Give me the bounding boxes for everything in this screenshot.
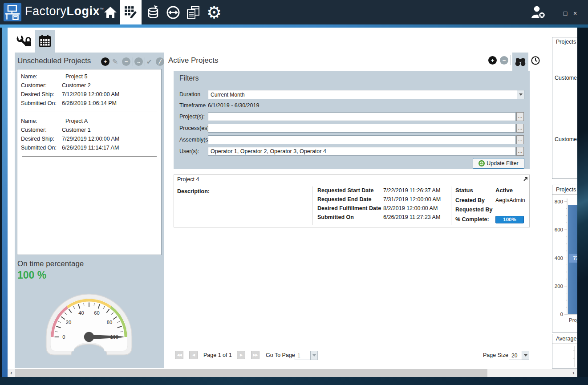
next-page-button[interactable]: ▶ — [237, 351, 245, 359]
divider — [312, 186, 312, 225]
projects-by-customer-panel: Projects B Customer 2 Customer 1 — [552, 37, 577, 179]
nav-settings-button[interactable]: ⚙ — [204, 0, 224, 24]
cancel-project-button[interactable]: ╱ — [156, 57, 164, 66]
minimize-button[interactable]: – — [552, 10, 559, 17]
first-page-button[interactable]: ◀◀ — [175, 351, 183, 359]
svg-text:0: 0 — [560, 312, 563, 317]
unscheduled-projects-panel: Unscheduled Projects + ✎ − → ✔ ╱ Name:Pr… — [15, 53, 164, 368]
chevron-right-icon: › — [572, 369, 574, 376]
field-label: Customer: — [21, 127, 62, 133]
projects-remaining-panel: Projects R 020040060080077Proj — [552, 185, 577, 332]
processes-filter-input[interactable] — [208, 124, 516, 133]
projects-filter-label: Project(s): — [179, 113, 205, 120]
legend-item: Customer 1 — [555, 136, 577, 142]
projects-filter-input[interactable] — [208, 112, 516, 121]
nav-documents-button[interactable] — [183, 0, 203, 24]
close-button[interactable]: × — [572, 10, 579, 17]
svg-text:40: 40 — [78, 310, 84, 316]
gear-icon: ⚙ — [207, 4, 222, 21]
divider — [22, 112, 157, 112]
projects-remaining-title: Projects R — [552, 185, 577, 195]
requested-by-row: Requested By — [455, 207, 495, 213]
project-name: Project A — [62, 118, 88, 124]
add-icon: + — [491, 57, 495, 63]
page-size-select[interactable]: 20 — [509, 351, 529, 360]
accent-strip — [0, 24, 588, 28]
accept-project-button[interactable]: ✔ — [146, 58, 152, 65]
processes-browse-button[interactable]: … — [516, 124, 524, 133]
expand-button[interactable] — [523, 176, 528, 183]
find-tab-button[interactable] — [512, 53, 528, 71]
field-label: Requested Start Date — [317, 187, 383, 194]
pencil-icon: ✎ — [112, 58, 118, 65]
assemblies-filter-input[interactable] — [208, 135, 516, 144]
project-customer: Customer 2 — [62, 82, 91, 89]
toolbar-separator — [133, 57, 133, 66]
ontime-title: On time percentage — [17, 259, 84, 268]
created-by-label: Created By — [455, 197, 495, 203]
average-time-title: Average T — [552, 334, 577, 344]
maximize-button[interactable]: □ — [562, 10, 569, 17]
calendar-icon — [38, 34, 52, 49]
check-icon: ✔ — [146, 58, 152, 65]
dropdown-button[interactable] — [522, 351, 529, 360]
field-label: Name: — [21, 118, 62, 124]
history-button[interactable] — [531, 56, 540, 65]
svg-text:20: 20 — [66, 320, 71, 325]
chevron-down-icon — [519, 93, 523, 96]
legend-item: Customer 2 — [555, 75, 577, 81]
goto-page-select[interactable]: 1 — [295, 351, 318, 360]
field-label: Submitted On — [317, 214, 383, 220]
toolbar-separator — [145, 57, 145, 66]
remaining-chart-svg: 020040060080077Proj — [552, 195, 577, 332]
project-submitted-on: 6/26/2019 11:14:17 AM — [62, 145, 119, 151]
divider — [22, 156, 157, 157]
user-session-button[interactable] — [529, 0, 548, 24]
nav-production-button[interactable] — [143, 0, 163, 24]
chevron-left-icon: ‹ — [10, 369, 12, 376]
add-active-project-button[interactable]: + — [488, 56, 497, 65]
project-desired-ship: 7/12/2019 12:00:00 AM — [62, 91, 119, 97]
window-frame-left — [2, 28, 8, 377]
dropdown-button[interactable] — [310, 351, 317, 360]
field-label: Name: — [21, 73, 62, 80]
update-filter-button[interactable]: Update Filter — [473, 158, 524, 169]
tab-scheduling[interactable] — [35, 30, 55, 53]
chevron-down-icon — [312, 354, 316, 357]
svg-text:0: 0 — [62, 334, 65, 340]
nav-home-button[interactable] — [101, 0, 119, 24]
previous-page-button[interactable]: ◀ — [189, 351, 198, 359]
dropdown-button[interactable] — [517, 90, 524, 99]
add-project-button[interactable]: + — [101, 57, 109, 66]
tab-tools[interactable] — [15, 32, 33, 53]
unscheduled-projects-title: Unscheduled Projects — [17, 57, 91, 65]
scroll-right-button[interactable]: › — [570, 369, 577, 377]
goto-page-label: Go To Page — [266, 352, 295, 358]
project-list-item[interactable]: Name:Project 5 Customer:Customer 2 Desir… — [17, 69, 161, 114]
users-browse-button[interactable]: … — [516, 147, 524, 156]
users-filter-input[interactable]: Operator 1, Operator 2, Operator 3, Oper… — [208, 147, 516, 156]
nav-npi-button[interactable] — [164, 0, 182, 24]
nav-planning-button[interactable] — [120, 0, 142, 24]
assemblies-filter-label: Assembly(s): — [179, 137, 211, 143]
binoculars-icon — [515, 57, 526, 66]
projects-browse-button[interactable]: … — [516, 112, 524, 121]
clock-icon — [531, 56, 540, 65]
assemblies-browse-button[interactable]: … — [516, 135, 524, 144]
scrollbar-thumb[interactable] — [15, 369, 487, 377]
processes-filter-label: Process(es): — [179, 125, 211, 131]
horizontal-scrollbar[interactable]: ‹ › — [8, 369, 577, 377]
active-projects-title: Active Projects — [168, 56, 218, 65]
window-frame-right — [577, 28, 588, 377]
move-project-button[interactable]: → — [134, 57, 143, 66]
remove-project-button[interactable]: − — [122, 57, 130, 66]
duration-select[interactable]: Current Month — [208, 90, 524, 99]
remove-active-project-button[interactable]: − — [500, 56, 508, 65]
filters-title: Filters — [179, 74, 199, 82]
scroll-left-button[interactable]: ‹ — [8, 369, 15, 377]
last-page-button[interactable]: ▶▶ — [251, 351, 260, 359]
edit-project-button[interactable]: ✎ — [112, 58, 118, 65]
field-label: Desired Ship: — [21, 136, 62, 142]
project-list-item[interactable]: Name:Project A Customer:Customer 1 Desir… — [17, 114, 161, 158]
ellipsis-icon: … — [518, 125, 523, 130]
